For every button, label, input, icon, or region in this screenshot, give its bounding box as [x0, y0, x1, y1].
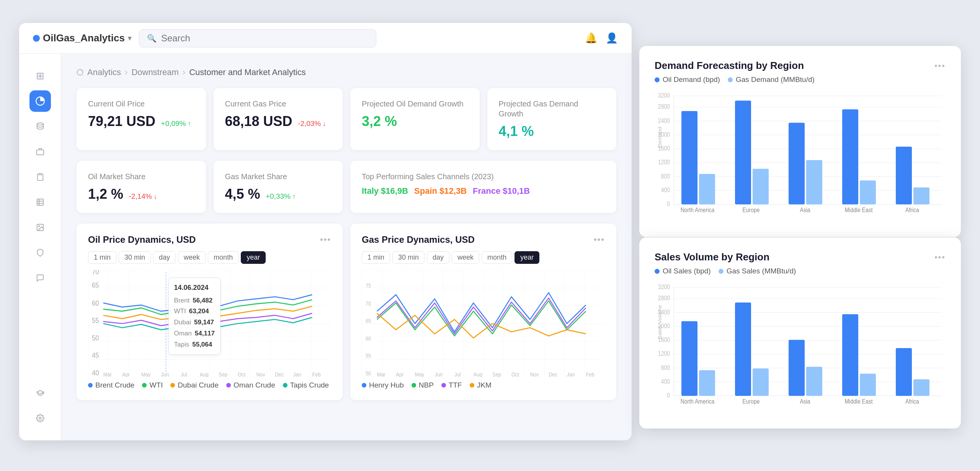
- gas-tf-month[interactable]: month: [482, 251, 512, 264]
- demand-panel-menu[interactable]: •••: [934, 61, 946, 71]
- svg-text:3200: 3200: [658, 283, 670, 290]
- tf-year[interactable]: year: [241, 251, 266, 264]
- svg-text:Asia: Asia: [800, 206, 810, 213]
- notification-icon[interactable]: 🔔: [585, 32, 597, 44]
- svg-text:1200: 1200: [658, 159, 670, 166]
- svg-point-9: [38, 226, 39, 227]
- svg-text:65: 65: [92, 281, 99, 289]
- user-icon[interactable]: 👤: [606, 32, 618, 44]
- sales-bar-af-oil: [896, 348, 912, 396]
- oil-chart-menu[interactable]: •••: [320, 235, 331, 245]
- kpi-proj-gas-value: 4,1 %: [499, 123, 605, 139]
- gas-tf-day[interactable]: day: [427, 251, 449, 264]
- demand-bar-chart: 0 400 800 1200 1600 2000 2400 2800 3200 …: [655, 92, 946, 222]
- kpi-gas-market-change: +0,33%: [266, 192, 291, 200]
- svg-text:65: 65: [366, 318, 371, 324]
- tf-week[interactable]: week: [178, 251, 206, 264]
- sales-bar-af-gas: [913, 379, 929, 396]
- demand-bar-af-gas: [913, 187, 929, 204]
- kpi-oil-price-change: +0,09%: [161, 119, 186, 128]
- sidebar-item-chart[interactable]: [29, 90, 51, 112]
- gas-chart-svg-wrap: 50 55 60 65 70 75 Mar Apr May Jun: [362, 270, 605, 377]
- demand-forecasting-panel: Demand Forecasting by Region ••• Oil Dem…: [639, 46, 961, 237]
- gas-tf-year[interactable]: year: [514, 251, 539, 264]
- breadcrumb-child: Downstream: [131, 67, 178, 77]
- tf-month[interactable]: month: [208, 251, 238, 264]
- svg-text:Europe: Europe: [742, 206, 760, 213]
- svg-text:400: 400: [661, 378, 670, 385]
- breadcrumb-sep2: ›: [183, 67, 185, 77]
- svg-text:Apr: Apr: [396, 371, 404, 377]
- sales-panel-legend: Oil Sales (bpd) Gas Sales (MMBtu/d): [655, 267, 946, 275]
- kpi-gas-price-label: Current Gas Price: [225, 99, 332, 109]
- tf-30min[interactable]: 30 min: [119, 251, 151, 264]
- sales-volume-panel: Sales Volume by Region ••• Oil Sales (bp…: [639, 237, 961, 428]
- svg-text:Feb: Feb: [586, 371, 594, 377]
- svg-text:North America: North America: [681, 206, 715, 213]
- kpi-row-1: Current Oil Price 79,21 USD +0,09% ↑ Cur…: [77, 88, 616, 150]
- sidebar-item-database[interactable]: [29, 116, 51, 137]
- sales-bar-eu-oil: [735, 303, 751, 396]
- gas-tf-week[interactable]: week: [452, 251, 479, 264]
- search-input[interactable]: [161, 33, 368, 44]
- chart-row: Oil Price Dynamics, USD ••• 1 min 30 min…: [77, 224, 616, 400]
- svg-text:400: 400: [661, 186, 670, 193]
- kpi-oil-price: Current Oil Price 79,21 USD +0,09% ↑: [77, 88, 206, 150]
- kpi-oil-price-label: Current Oil Price: [88, 99, 194, 109]
- sales-bar-me-gas: [860, 374, 876, 396]
- demand-bar-na-oil: [681, 111, 697, 204]
- demand-bar-af-oil: [896, 147, 912, 204]
- breadcrumb-sep1: ›: [125, 67, 127, 77]
- oil-chart-legend: Brent Crude WTI Dubai Crude Oman Crude T…: [88, 381, 331, 389]
- sidebar-item-settings[interactable]: [29, 407, 51, 429]
- channel-france: France $10,1B: [473, 186, 530, 196]
- kpi-proj-oil-label: Projected Oil Demand Growth: [362, 99, 468, 109]
- kpi-gas-market: Gas Market Share 4,5 % +0,33% ↑: [214, 161, 343, 213]
- gas-chart-card: Gas Price Dynamics, USD ••• 1 min 30 min…: [350, 224, 616, 400]
- svg-text:Middle East: Middle East: [844, 398, 873, 405]
- main-content: ⊞: [19, 54, 632, 440]
- sidebar-item-image[interactable]: [29, 217, 51, 238]
- svg-text:Apr: Apr: [122, 371, 130, 377]
- search-icon: 🔍: [147, 34, 157, 43]
- sidebar-item-message[interactable]: [29, 267, 51, 289]
- svg-text:Jul: Jul: [181, 371, 187, 377]
- sidebar-item-shield[interactable]: [29, 242, 51, 263]
- svg-point-10: [39, 417, 41, 419]
- tf-day[interactable]: day: [153, 251, 176, 264]
- svg-text:45: 45: [92, 352, 99, 360]
- kpi-gas-price: Current Gas Price 68,18 USD -2,03% ↓: [214, 88, 343, 150]
- svg-text:50: 50: [366, 370, 371, 376]
- sidebar-item-clipboard[interactable]: [29, 166, 51, 188]
- svg-text:1200: 1200: [658, 350, 670, 357]
- sales-panel-menu[interactable]: •••: [934, 252, 946, 262]
- kpi-proj-oil: Projected Oil Demand Growth 3,2 %: [350, 88, 480, 150]
- search-bar[interactable]: 🔍: [139, 29, 376, 47]
- svg-text:Oct: Oct: [511, 371, 519, 377]
- sidebar-item-graduation[interactable]: [29, 382, 51, 404]
- gas-chart-menu[interactable]: •••: [594, 235, 605, 245]
- kpi-top-channels-label: Top Performing Sales Channels (2023): [362, 172, 605, 182]
- svg-text:Nov: Nov: [256, 371, 265, 377]
- svg-text:Nov: Nov: [530, 371, 539, 377]
- kpi-oil-market-change: -2,14%: [129, 192, 152, 200]
- svg-text:Middle East: Middle East: [844, 206, 873, 213]
- tf-1min[interactable]: 1 min: [88, 251, 116, 264]
- gas-tf-30min[interactable]: 30 min: [392, 251, 425, 264]
- oil-time-filters: 1 min 30 min day week month year: [88, 251, 331, 264]
- sales-bar-as-gas: [806, 367, 822, 396]
- kpi-proj-gas: Projected Gas Demand Growth 4,1 %: [487, 88, 617, 150]
- sidebar-item-grid[interactable]: ⊞: [29, 65, 51, 87]
- app-logo[interactable]: OilGas_Analytics ▾: [33, 32, 131, 44]
- gas-tf-1min[interactable]: 1 min: [362, 251, 390, 264]
- svg-text:60: 60: [92, 299, 99, 307]
- demand-panel-title: Demand Forecasting by Region: [655, 60, 804, 72]
- svg-text:0: 0: [667, 200, 670, 207]
- svg-rect-2: [36, 150, 43, 155]
- svg-text:Mar: Mar: [377, 371, 386, 377]
- sidebar-item-briefcase[interactable]: [29, 141, 51, 162]
- svg-text:55: 55: [92, 316, 99, 324]
- kpi-proj-oil-value: 3,2 %: [362, 113, 468, 129]
- sidebar-item-table[interactable]: [29, 191, 51, 213]
- demand-bar-as-oil: [789, 123, 805, 204]
